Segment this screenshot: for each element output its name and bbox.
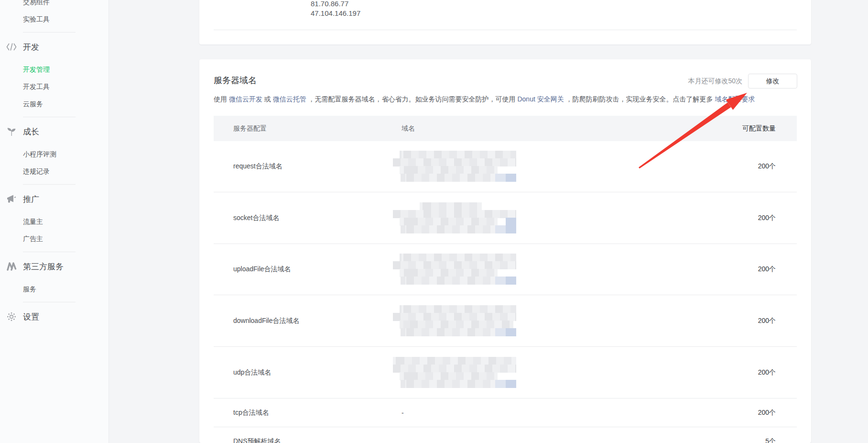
redacted-domains	[393, 151, 525, 182]
quota-note: 本月还可修改50次	[688, 77, 742, 86]
column-header-limit: 可配置数量	[694, 124, 776, 133]
sidebar-item-label: 违规记录	[23, 167, 50, 176]
sidebar-divider	[23, 252, 76, 252]
sidebar-item-违规记录[interactable]: 违规记录	[0, 163, 108, 180]
server-domain-card: 服务器域名 本月还可修改50次 修改 使用 微信云开发 或 微信云托管 ，无需配…	[199, 59, 811, 443]
description-text: 使用	[214, 95, 229, 103]
config-name: DNS预解析域名	[233, 437, 401, 443]
sidebar-item-服务[interactable]: 服务	[0, 281, 108, 298]
sidebar-item-推广[interactable]: 推广	[0, 188, 108, 210]
description-text: ，防爬防刷防攻击，实现业务安全。点击了解更多	[564, 95, 715, 103]
sidebar-divider	[23, 184, 76, 185]
config-name: socket合法域名	[233, 214, 401, 222]
link-Donut 安全网关[interactable]: Donut 安全网关	[517, 95, 564, 103]
third-party-icon	[6, 261, 17, 272]
sidebar-item-交易组件[interactable]: 交易组件	[0, 0, 108, 11]
empty-domain-dash: -	[401, 409, 404, 417]
sidebar-item-label: 服务	[23, 285, 36, 294]
table-row-DNS预解析域名: DNS预解析域名5个	[214, 427, 797, 443]
redacted-domains	[393, 202, 525, 234]
sidebar-item-label: 广告主	[23, 235, 43, 244]
ip-list: 81.70.86.7747.104.146.197	[311, 0, 360, 18]
description-text: ，无需配置服务器域名，省心省力。如业务访问需要安全防护，可使用	[306, 95, 518, 103]
card-separator	[214, 30, 797, 30]
sidebar-item-label: 成长	[23, 126, 39, 137]
modify-button[interactable]: 修改	[748, 74, 797, 89]
limit-value: 200个	[694, 317, 776, 325]
sidebar-item-开发[interactable]: 开发	[0, 36, 108, 57]
ip-card: 81.70.86.7747.104.146.197	[199, 0, 811, 44]
domain-cell: -	[401, 409, 694, 417]
main-content: 81.70.86.7747.104.146.197 服务器域名 本月还可修改50…	[109, 0, 868, 443]
sidebar-item-label: 交易组件	[23, 0, 50, 7]
config-name: udp合法域名	[233, 368, 401, 377]
table-header-row: 服务器配置 域名 可配置数量	[214, 116, 797, 141]
link-微信云托管[interactable]: 微信云托管	[273, 95, 306, 103]
sidebar-item-label: 云服务	[23, 100, 43, 109]
config-name: request合法域名	[233, 162, 401, 171]
description: 使用 微信云开发 或 微信云托管 ，无需配置服务器域名，省心省力。如业务访问需要…	[214, 95, 754, 103]
gear-icon	[6, 311, 17, 322]
redacted-domains	[393, 305, 525, 337]
sidebar-item-label: 开发工具	[23, 83, 50, 91]
table-row-udp合法域名: udp合法域名200个	[214, 347, 797, 399]
sidebar-item-云服务[interactable]: 云服务	[0, 96, 108, 113]
sidebar-item-label: 实验工具	[23, 15, 50, 24]
sidebar-item-label: 小程序评测	[23, 150, 56, 159]
sidebar-divider	[23, 117, 76, 117]
limit-value: 200个	[694, 162, 776, 171]
sidebar-item-成长[interactable]: 成长	[0, 121, 108, 142]
limit-value: 200个	[694, 265, 776, 274]
column-header-config: 服务器配置	[233, 124, 401, 133]
limit-value: 5个	[694, 437, 776, 443]
link-域名配置要求[interactable]: 域名配置要求	[715, 95, 755, 103]
sidebar-item-流量主[interactable]: 流量主	[0, 213, 108, 231]
sidebar: 交易组件实验工具开发开发管理开发工具云服务成长小程序评测违规记录推广流量主广告主…	[0, 0, 109, 443]
sidebar-item-广告主[interactable]: 广告主	[0, 231, 108, 248]
ip-address: 47.104.146.197	[311, 9, 360, 18]
ip-address: 81.70.86.77	[311, 0, 360, 9]
sidebar-divider	[23, 32, 76, 33]
config-name: downloadFile合法域名	[233, 317, 401, 325]
limit-value: 200个	[694, 214, 776, 222]
sidebar-item-实验工具[interactable]: 实验工具	[0, 11, 108, 28]
sidebar-item-label: 设置	[23, 311, 39, 322]
domain-cell	[401, 357, 694, 388]
table-row-socket合法域名: socket合法域名200个	[214, 192, 797, 244]
card-header: 服务器域名 本月还可修改50次 修改	[214, 71, 797, 90]
sidebar-item-开发管理[interactable]: 开发管理	[0, 61, 108, 78]
redacted-domains	[393, 357, 525, 388]
table-row-request合法域名: request合法域名200个	[214, 141, 797, 192]
table-row-tcp合法域名: tcp合法域名-200个	[214, 399, 797, 427]
sprout-icon	[6, 126, 17, 137]
domain-cell	[401, 305, 694, 337]
code-icon	[6, 41, 17, 53]
redacted-domains	[393, 254, 525, 285]
sidebar-item-小程序评测[interactable]: 小程序评测	[0, 146, 108, 163]
table-row-uploadFile合法域名: uploadFile合法域名200个	[214, 244, 797, 295]
sidebar-item-label: 推广	[23, 194, 39, 205]
domain-table: 服务器配置 域名 可配置数量 request合法域名200个socket合法域名…	[214, 116, 797, 443]
config-name: uploadFile合法域名	[233, 265, 401, 274]
limit-value: 200个	[694, 368, 776, 377]
column-header-domain: 域名	[401, 124, 694, 133]
megaphone-icon	[6, 193, 17, 205]
table-row-downloadFile合法域名: downloadFile合法域名200个	[214, 295, 797, 347]
sidebar-divider	[23, 302, 76, 302]
sidebar-item-label: 第三方服务	[23, 261, 64, 272]
config-name: tcp合法域名	[233, 409, 401, 417]
sidebar-item-设置[interactable]: 设置	[0, 306, 108, 327]
limit-value: 200个	[694, 409, 776, 417]
link-微信云开发[interactable]: 微信云开发	[229, 95, 262, 103]
sidebar-item-label: 开发	[23, 42, 39, 53]
domain-cell	[401, 202, 694, 234]
domain-cell	[401, 151, 694, 182]
sidebar-item-第三方服务[interactable]: 第三方服务	[0, 256, 108, 277]
sidebar-item-label: 开发管理	[23, 66, 50, 74]
sidebar-item-label: 流量主	[23, 218, 43, 226]
sidebar-item-开发工具[interactable]: 开发工具	[0, 78, 108, 96]
domain-cell	[401, 254, 694, 285]
description-text: 或	[262, 95, 273, 103]
